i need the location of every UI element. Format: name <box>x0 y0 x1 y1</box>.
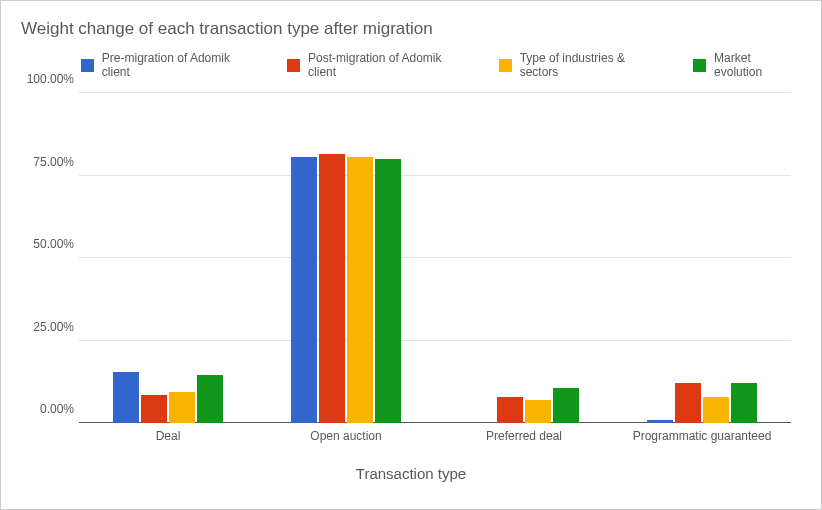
bar <box>113 372 139 423</box>
legend-item: Post-migration of Adomik client <box>287 51 471 79</box>
x-tick: Open auction <box>257 429 435 443</box>
bar <box>347 157 373 423</box>
legend-swatch <box>287 59 300 72</box>
y-tick: 100.00% <box>24 72 74 86</box>
legend-swatch <box>693 59 706 72</box>
legend-swatch <box>81 59 94 72</box>
bar <box>291 157 317 423</box>
legend-label: Type of industries & sectors <box>520 51 666 79</box>
bar <box>553 388 579 423</box>
legend: Pre-migration of Adomik client Post-migr… <box>81 51 801 79</box>
legend-item: Market evolution <box>693 51 801 79</box>
plot-area: 100.00% 75.00% 50.00% 25.00% 0.00% <box>79 93 791 423</box>
x-tick: Programmatic guaranteed <box>613 429 791 443</box>
legend-label: Market evolution <box>714 51 801 79</box>
legend-swatch <box>499 59 512 72</box>
y-tick: 0.00% <box>24 402 74 416</box>
bar <box>731 383 757 423</box>
bar <box>497 397 523 423</box>
x-labels: Deal Open auction Preferred deal Program… <box>79 429 791 443</box>
legend-label: Pre-migration of Adomik client <box>102 51 259 79</box>
bar <box>319 154 345 423</box>
bar-group <box>469 93 579 423</box>
legend-item: Pre-migration of Adomik client <box>81 51 259 79</box>
bar <box>675 383 701 423</box>
bar <box>197 375 223 423</box>
chart-title: Weight change of each transaction type a… <box>21 19 801 39</box>
bar-group <box>647 93 757 423</box>
bar <box>375 159 401 423</box>
x-tick: Preferred deal <box>435 429 613 443</box>
x-tick: Deal <box>79 429 257 443</box>
bar <box>647 420 673 423</box>
y-tick: 75.00% <box>24 155 74 169</box>
bars-wrap <box>79 93 791 423</box>
y-tick: 50.00% <box>24 237 74 251</box>
bar <box>141 395 167 423</box>
legend-item: Type of industries & sectors <box>499 51 665 79</box>
bar-group <box>113 93 223 423</box>
bar <box>703 397 729 423</box>
bar <box>525 400 551 423</box>
bar <box>169 392 195 423</box>
y-tick: 25.00% <box>24 320 74 334</box>
chart-container: Weight change of each transaction type a… <box>0 0 822 510</box>
bar-group <box>291 93 401 423</box>
legend-label: Post-migration of Adomik client <box>308 51 471 79</box>
x-axis-title: Transaction type <box>21 465 801 482</box>
